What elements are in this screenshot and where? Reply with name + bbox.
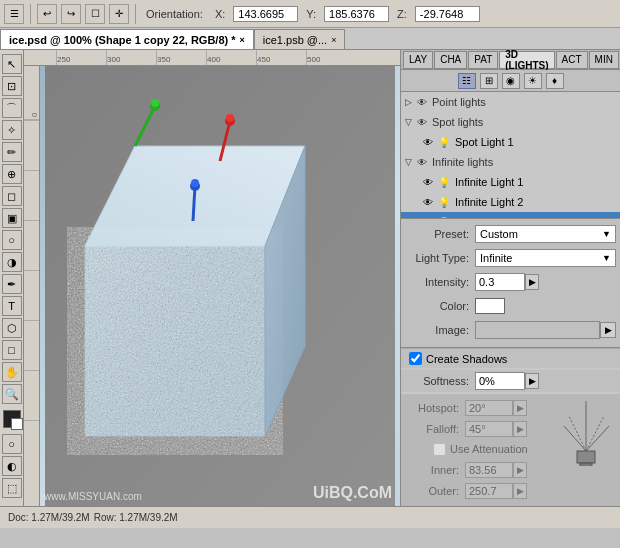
svg-point-12 bbox=[151, 99, 159, 107]
tool-text[interactable]: T bbox=[2, 296, 22, 316]
tool-shape[interactable]: □ bbox=[2, 340, 22, 360]
use-attenuation-checkbox[interactable] bbox=[433, 443, 446, 456]
preset-arrow[interactable]: ▼ bbox=[602, 229, 611, 239]
menu-icon[interactable]: ☰ bbox=[4, 4, 24, 24]
ruler-mark-400: 400 bbox=[206, 50, 256, 65]
ruler-mark-300: 300 bbox=[106, 50, 156, 65]
tool-3[interactable]: ☐ bbox=[85, 4, 105, 24]
panel-tab-cha[interactable]: CHA bbox=[434, 51, 467, 69]
tool-magic[interactable]: ✧ bbox=[2, 120, 22, 140]
eye-inf-2[interactable]: 👁 bbox=[421, 195, 435, 209]
tree-infinite-lights[interactable]: ▽ 👁 Infinite lights bbox=[401, 152, 620, 172]
lights-tree[interactable]: ▷ 👁 Point lights ▽ 👁 Spot lights 👁 💡 Spo… bbox=[401, 92, 620, 219]
tool-zoom[interactable]: 🔍 bbox=[2, 384, 22, 404]
tool-screen[interactable]: ⬚ bbox=[2, 478, 22, 498]
z-input[interactable] bbox=[415, 6, 480, 22]
tool-fg-color[interactable] bbox=[3, 410, 21, 428]
spot-light-1-label: Spot Light 1 bbox=[455, 136, 514, 148]
canvas-image[interactable]: www.MISSYUAN.com UiBQ.CoM bbox=[40, 66, 400, 506]
infinite-light-2-label: Infinite Light 2 bbox=[455, 196, 524, 208]
light-type-arrow[interactable]: ▼ bbox=[602, 253, 611, 263]
tree-infinite-light-1[interactable]: 👁 💡 Infinite Light 1 bbox=[401, 172, 620, 192]
panel-tab-pat[interactable]: PAT bbox=[468, 51, 498, 69]
eye-spot[interactable]: 👁 bbox=[415, 115, 429, 129]
tree-point-lights[interactable]: ▷ 👁 Point lights bbox=[401, 92, 620, 112]
close-tab-ice-psd[interactable]: × bbox=[240, 35, 245, 45]
preset-select[interactable]: Custom ▼ bbox=[475, 225, 616, 243]
tab-ice-psd[interactable]: ice.psd @ 100% (Shape 1 copy 22, RGB/8) … bbox=[0, 29, 254, 49]
intensity-arrow[interactable]: ▶ bbox=[525, 274, 539, 290]
image-arrow[interactable]: ▶ bbox=[600, 322, 616, 338]
falloff-arrow[interactable]: ▶ bbox=[513, 421, 527, 437]
light-icon-btn[interactable]: ☀ bbox=[524, 73, 542, 89]
tool-mode[interactable]: ○ bbox=[2, 434, 22, 454]
tool-quickmask[interactable]: ◐ bbox=[2, 456, 22, 476]
collapse-point[interactable]: ▷ bbox=[405, 97, 412, 107]
svg-line-23 bbox=[586, 416, 604, 451]
outer-input[interactable] bbox=[465, 483, 513, 499]
material-icon[interactable]: ◉ bbox=[502, 73, 520, 89]
y-input[interactable] bbox=[324, 6, 389, 22]
tool-pen[interactable]: ✒ bbox=[2, 274, 22, 294]
canvas-area: 250 300 350 400 450 500 0 bbox=[24, 50, 400, 506]
tool-eraser[interactable]: ◻ bbox=[2, 186, 22, 206]
infinite-light-1-label: Infinite Light 1 bbox=[455, 176, 524, 188]
tool-gradient[interactable]: ▣ bbox=[2, 208, 22, 228]
tool-path[interactable]: ⬡ bbox=[2, 318, 22, 338]
canvas-content[interactable]: www.MISSYUAN.com UiBQ.CoM bbox=[40, 66, 400, 506]
tree-spot-lights[interactable]: ▽ 👁 Spot lights bbox=[401, 112, 620, 132]
tab-ice1-psb[interactable]: ice1.psb @... × bbox=[254, 29, 346, 49]
scene-icon[interactable]: ☷ bbox=[458, 73, 476, 89]
tree-infinite-light-3[interactable]: 👁 💡 Infinite Light 3 bbox=[401, 212, 620, 219]
falloff-input[interactable] bbox=[465, 421, 513, 437]
inf-light-2-icon: 💡 bbox=[438, 197, 450, 208]
collapse-infinite[interactable]: ▽ bbox=[405, 157, 412, 167]
x-input[interactable] bbox=[233, 6, 298, 22]
inner-arrow[interactable]: ▶ bbox=[513, 462, 527, 478]
row-info: Row: 1.27M/39.2M bbox=[94, 512, 178, 523]
outer-label: Outer: bbox=[405, 485, 465, 497]
tool-dodge[interactable]: ◑ bbox=[2, 252, 22, 272]
tool-hand[interactable]: ✋ bbox=[2, 362, 22, 382]
image-selector[interactable] bbox=[475, 321, 600, 339]
eye-spot-1[interactable]: 👁 bbox=[421, 135, 435, 149]
collapse-spot[interactable]: ▽ bbox=[405, 117, 412, 127]
tool-2[interactable]: ↪ bbox=[61, 4, 81, 24]
tool-1[interactable]: ↩ bbox=[37, 4, 57, 24]
outer-arrow[interactable]: ▶ bbox=[513, 483, 527, 499]
intensity-input[interactable] bbox=[475, 273, 525, 291]
tool-crop[interactable]: ⊡ bbox=[2, 76, 22, 96]
ruler-mark-450: 450 bbox=[256, 50, 306, 65]
eye-inf-1[interactable]: 👁 bbox=[421, 175, 435, 189]
eye-point[interactable]: 👁 bbox=[415, 95, 429, 109]
panel-tab-min[interactable]: MIN bbox=[589, 51, 619, 69]
tool-clone[interactable]: ⊕ bbox=[2, 164, 22, 184]
camera-icon[interactable]: ♦ bbox=[546, 73, 564, 89]
softness-arrow[interactable]: ▶ bbox=[525, 373, 539, 389]
tree-spot-light-1[interactable]: 👁 💡 Spot Light 1 bbox=[401, 132, 620, 152]
hotspot-arrow[interactable]: ▶ bbox=[513, 400, 527, 416]
color-label: Color: bbox=[405, 300, 475, 312]
intensity-label: Intensity: bbox=[405, 276, 475, 288]
panel-tab-act[interactable]: ACT bbox=[556, 51, 588, 69]
light-type-row: Light Type: Infinite ▼ bbox=[405, 247, 616, 269]
tool-lasso[interactable]: ⌒ bbox=[2, 98, 22, 118]
mesh-icon[interactable]: ⊞ bbox=[480, 73, 498, 89]
image-label: Image: bbox=[405, 324, 475, 336]
hotspot-row: Hotspot: ▶ bbox=[405, 398, 616, 418]
close-tab-ice1[interactable]: × bbox=[331, 35, 336, 45]
create-shadows-checkbox[interactable] bbox=[409, 352, 422, 365]
eye-infinite[interactable]: 👁 bbox=[415, 155, 429, 169]
color-box[interactable] bbox=[475, 298, 505, 314]
panel-tab-lay[interactable]: LAY bbox=[403, 51, 433, 69]
tool-blur[interactable]: ○ bbox=[2, 230, 22, 250]
tool-4[interactable]: ✛ bbox=[109, 4, 129, 24]
hotspot-input[interactable] bbox=[465, 400, 513, 416]
panel-tab-3d[interactable]: 3D (LIGHTS) bbox=[499, 51, 554, 69]
tree-infinite-light-2[interactable]: 👁 💡 Infinite Light 2 bbox=[401, 192, 620, 212]
tool-select[interactable]: ↖ bbox=[2, 54, 22, 74]
softness-input[interactable] bbox=[475, 372, 525, 390]
inner-input[interactable] bbox=[465, 462, 513, 478]
light-type-select[interactable]: Infinite ▼ bbox=[475, 249, 616, 267]
tool-brush[interactable]: ✏ bbox=[2, 142, 22, 162]
